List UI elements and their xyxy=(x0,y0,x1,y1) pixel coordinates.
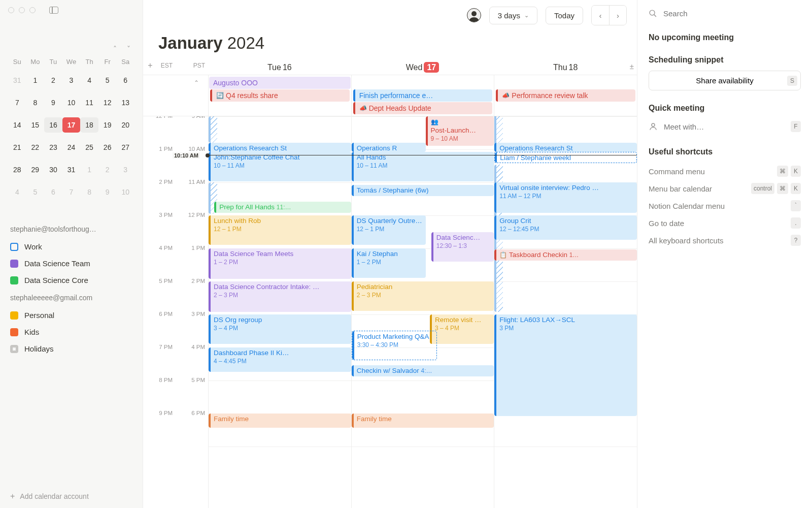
calendar-event[interactable]: Remote visit …3 – 4 PM xyxy=(430,314,494,344)
minical-day[interactable]: 15 xyxy=(26,117,45,133)
calendar-event[interactable]: Operations Research St xyxy=(209,143,351,152)
calendar-event[interactable]: Data Science Team Meets1 – 2 PM xyxy=(209,248,351,279)
traffic-minimize[interactable] xyxy=(19,7,25,13)
prev-period[interactable]: ‹ xyxy=(592,6,609,25)
time-grid[interactable]: 12 PM1 PM2 PM3 PM4 PM5 PM6 PM7 PM8 PM9 P… xyxy=(143,116,637,508)
search-row[interactable] xyxy=(649,6,801,20)
minical-day[interactable]: 5 xyxy=(98,73,117,88)
calendar-event[interactable]: DS Quarterly Outreach12 – 1 PM xyxy=(352,215,426,245)
calendar-event[interactable]: Lunch with Rob12 – 1 PM xyxy=(209,215,351,245)
calendar-event[interactable]: Group Crit12 – 12:45 PM xyxy=(494,215,637,240)
minical-day[interactable]: 7 xyxy=(62,184,81,200)
meet-with-input[interactable] xyxy=(664,122,785,131)
day-header[interactable]: Tue16 xyxy=(208,63,351,72)
share-availability-button[interactable]: Share availability S xyxy=(649,71,801,90)
minical-day[interactable]: 3 xyxy=(116,162,134,177)
minical-day[interactable]: 21 xyxy=(8,140,26,155)
view-range-select[interactable]: 3 days ⌄ xyxy=(489,7,537,24)
density-toggle-icon[interactable]: ± xyxy=(630,62,634,71)
today-button[interactable]: Today xyxy=(546,7,583,24)
minical-day[interactable]: 18 xyxy=(80,117,98,133)
minical-day[interactable]: 23 xyxy=(44,140,62,155)
calendar-event[interactable]: Family time xyxy=(209,414,351,428)
traffic-close[interactable] xyxy=(8,7,14,13)
minical-next[interactable]: ˅ xyxy=(127,45,130,53)
calendar-item[interactable]: Work xyxy=(8,238,134,255)
day-column[interactable]: Operations R👥 Post-Launch…9 – 10 AMAll H… xyxy=(351,116,494,508)
minical-day[interactable]: 9 xyxy=(98,184,117,200)
calendar-item[interactable]: ◙Holidays xyxy=(8,340,134,357)
day-header[interactable]: Thu18 xyxy=(494,63,637,72)
shortcut-row[interactable]: All keyboard shortcuts? xyxy=(649,232,801,249)
minical-day[interactable]: 6 xyxy=(44,184,62,200)
calendar-event[interactable] xyxy=(209,116,217,143)
calendar-event[interactable]: Operations Research St xyxy=(494,143,637,152)
add-calendar-account[interactable]: + Add calendar account xyxy=(0,484,143,508)
calendar-event[interactable]: 📋 Taskboard Checkin 1… xyxy=(494,249,637,261)
collapse-allday-icon[interactable]: ⌃ xyxy=(194,79,199,86)
traffic-zoom[interactable] xyxy=(29,7,36,13)
shortcut-row[interactable]: Go to date. xyxy=(649,214,801,232)
minical-day[interactable]: 20 xyxy=(116,117,134,133)
shortcut-row[interactable]: Menu bar calendarcontrol⌘K xyxy=(649,180,801,197)
calendar-event[interactable]: All Hands10 – 11 AM xyxy=(352,152,494,181)
minical-day[interactable]: 6 xyxy=(116,73,134,88)
minical-day[interactable]: 10 xyxy=(62,95,81,110)
minical-day[interactable]: 5 xyxy=(26,184,45,200)
minical-day[interactable]: 4 xyxy=(8,184,26,200)
calendar-event[interactable]: Data Science Contractor Intake: …2 – 3 P… xyxy=(209,281,351,312)
minical-day[interactable]: 17 xyxy=(62,117,81,133)
minical-day[interactable]: 3 xyxy=(62,73,81,88)
minical-day[interactable]: 25 xyxy=(80,140,98,155)
minical-day[interactable]: 29 xyxy=(26,162,45,177)
day-header[interactable]: Wed17 xyxy=(351,63,494,72)
allday-cell[interactable]: Finish performance e…📣Dept Heads Update xyxy=(351,75,494,116)
minical-day[interactable]: 12 xyxy=(98,95,117,110)
minical-day[interactable]: 8 xyxy=(80,184,98,200)
minical-day[interactable]: 22 xyxy=(26,140,45,155)
allday-event[interactable]: 📣Performance review talk xyxy=(496,89,635,102)
day-column[interactable]: Operations Research StLiam / Stephanie w… xyxy=(494,116,637,508)
minical-day[interactable]: 8 xyxy=(26,95,45,110)
search-input[interactable] xyxy=(663,9,801,18)
calendar-event[interactable]: Virtual onsite interview: Pedro …11 AM –… xyxy=(494,182,637,213)
minical-day[interactable]: 30 xyxy=(44,162,62,177)
calendar-event[interactable]: John:Stephanie Coffee Chat10 – 11 AM xyxy=(209,152,351,181)
minical-day[interactable]: 1 xyxy=(26,73,45,88)
calendar-event[interactable]: Product Marketing Q&A3:30 – 4:30 PM xyxy=(352,331,437,360)
allday-event[interactable]: Augusto OOO xyxy=(209,77,351,89)
allday-cell[interactable]: 📣Performance review talk xyxy=(494,75,637,116)
account-email[interactable]: stephanie@toolsforthoug… xyxy=(10,225,132,233)
minical-day[interactable]: 24 xyxy=(62,140,81,155)
calendar-event[interactable]: 👥 Post-Launch…9 – 10 AM xyxy=(426,116,494,146)
minical-day[interactable]: 7 xyxy=(8,95,26,110)
calendar-event[interactable]: Family time xyxy=(352,414,494,428)
allday-event[interactable]: 🔄Q4 results share xyxy=(210,89,350,102)
sidebar-toggle-icon[interactable] xyxy=(49,7,58,14)
calendar-event[interactable]: Data Scienc…12:30 – 1:3 xyxy=(431,232,494,262)
minical-day[interactable]: 13 xyxy=(116,95,134,110)
calendar-event[interactable]: Operations R xyxy=(352,143,426,152)
calendar-event[interactable]: Prep for All Hands 11:… xyxy=(214,202,351,213)
day-column[interactable]: Operations Research StJohn:Stephanie Cof… xyxy=(208,116,351,508)
calendar-event[interactable]: DS Org regroup3 – 4 PM xyxy=(209,314,351,344)
calendar-event[interactable]: Checkin w/ Salvador 4:… xyxy=(352,365,494,376)
calendar-event[interactable]: Pediatrician2 – 3 PM xyxy=(352,281,494,311)
minical-day[interactable]: 2 xyxy=(98,162,117,177)
minical-day[interactable]: 26 xyxy=(98,140,117,155)
minical-day[interactable]: 19 xyxy=(98,117,117,133)
calendar-item[interactable]: Kids xyxy=(8,324,134,340)
calendar-event[interactable]: Kai / Stephan1 – 2 PM xyxy=(352,248,426,278)
minical-day[interactable]: 2 xyxy=(44,73,62,88)
allday-event[interactable]: 📣Dept Heads Update xyxy=(353,102,493,114)
minical-day[interactable]: 11 xyxy=(80,95,98,110)
allday-cell[interactable]: Augusto OOO🔄Q4 results share xyxy=(208,75,351,116)
minical-day[interactable]: 9 xyxy=(44,95,62,110)
minical-day[interactable]: 14 xyxy=(8,117,26,133)
minical-day[interactable]: 28 xyxy=(8,162,26,177)
shortcut-row[interactable]: Command menu⌘K xyxy=(649,163,801,180)
calendar-item[interactable]: Personal xyxy=(8,307,134,324)
calendar-event[interactable] xyxy=(494,116,503,147)
minical-day[interactable]: 31 xyxy=(62,162,81,177)
minical-day[interactable]: 1 xyxy=(80,162,98,177)
